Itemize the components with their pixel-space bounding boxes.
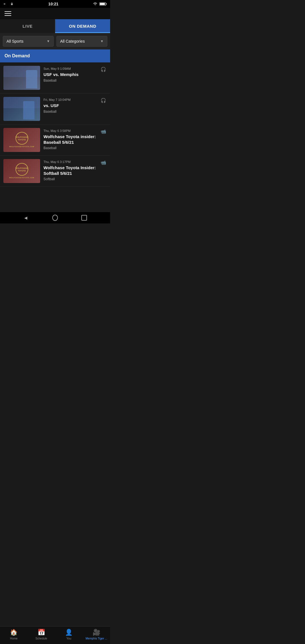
card-4-title: Wolfchase Toyota Insider: Softball 5/6/2… <box>43 165 107 176</box>
card-4[interactable]: WOLFCHASETOYOTA WOLFCHASETOYOTA.COM Thu,… <box>0 156 110 187</box>
svg-rect-4 <box>100 3 105 5</box>
card-4-info: Thu, May 6 3:17PM Wolfchase Toyota Insid… <box>43 159 107 183</box>
status-right-icons <box>93 2 107 6</box>
card-1-sport: Baseball <box>43 79 107 82</box>
content-area: Sun, May 9 1:09AM USF vs. Memphis Baseba… <box>0 62 110 187</box>
card-1[interactable]: Sun, May 9 1:09AM USF vs. Memphis Baseba… <box>0 62 110 93</box>
tab-on-demand[interactable]: ON DEMAND <box>55 19 110 33</box>
card-1-info: Sun, May 9 1:09AM USF vs. Memphis Baseba… <box>43 66 107 90</box>
header <box>0 8 110 19</box>
status-time: 10:21 <box>48 2 58 6</box>
card-4-meta: Thu, May 6 3:17PM <box>43 160 107 164</box>
card-1-meta: Sun, May 9 1:09AM <box>43 67 107 70</box>
card-1-audio-icon <box>100 66 107 73</box>
sports-filter[interactable]: All Sports ▼ <box>3 36 54 47</box>
card-1-title: USF vs. Memphis <box>43 72 107 77</box>
categories-filter-label: All Categories <box>60 39 85 43</box>
card-3-meta: Thu, May 6 3:58PM <box>43 129 107 132</box>
card-2-title: vs. USF <box>43 103 107 108</box>
status-left-icons <box>3 2 14 6</box>
card-2-audio-icon <box>100 97 107 104</box>
recents-button[interactable] <box>81 215 87 221</box>
categories-filter-chevron: ▼ <box>100 39 104 43</box>
card-2-meta: Fri, May 7 10:04PM <box>43 98 107 101</box>
categories-filter[interactable]: All Categories ▼ <box>56 36 107 47</box>
svg-rect-2 <box>11 3 12 4</box>
card-4-thumb: WOLFCHASETOYOTA WOLFCHASETOYOTA.COM <box>3 159 40 183</box>
sports-filter-label: All Sports <box>6 39 23 43</box>
filters-bar: All Sports ▼ All Categories ▼ <box>0 33 110 49</box>
lock-icon <box>10 2 14 6</box>
menu-button[interactable] <box>5 11 11 16</box>
tab-bar: LIVE ON DEMAND <box>0 19 110 33</box>
card-3[interactable]: WOLFCHASETOYOTA WOLFCHASETOYOTA.COM Thu,… <box>0 125 110 156</box>
card-3-video-icon <box>100 128 107 135</box>
system-nav-bar <box>0 212 110 223</box>
card-4-video-icon <box>100 159 107 166</box>
wifi-icon <box>93 2 98 6</box>
card-3-info: Thu, May 6 3:58PM Wolfchase Toyota insid… <box>43 128 107 152</box>
card-4-sport: Softball <box>43 177 107 181</box>
section-header: On Demand <box>0 49 110 62</box>
card-3-title: Wolfchase Toyota insider: Baseball 5/6/2… <box>43 134 107 145</box>
tab-live[interactable]: LIVE <box>0 19 55 33</box>
wolfchase-logo-4: WOLFCHASETOYOTA WOLFCHASETOYOTA.COM <box>9 163 34 179</box>
card-3-sport: Baseball <box>43 146 107 150</box>
wolfchase-logo-3: WOLFCHASETOYOTA WOLFCHASETOYOTA.COM <box>9 132 34 148</box>
svg-point-0 <box>4 3 5 5</box>
card-3-thumb: WOLFCHASETOYOTA WOLFCHASETOYOTA.COM <box>3 128 40 152</box>
back-button[interactable] <box>23 215 29 221</box>
card-2-thumb <box>3 97 40 121</box>
home-button[interactable] <box>52 215 58 221</box>
card-2-sport: Baseball <box>43 110 107 114</box>
status-bar: 10:21 <box>0 0 110 8</box>
card-1-thumb <box>3 66 40 90</box>
card-2[interactable]: Fri, May 7 10:04PM vs. USF Baseball <box>0 93 110 125</box>
card-2-info: Fri, May 7 10:04PM vs. USF Baseball <box>43 97 107 121</box>
sports-filter-chevron: ▼ <box>47 39 50 43</box>
battery-icon <box>99 2 107 6</box>
notification-icon <box>3 2 8 6</box>
svg-rect-5 <box>106 3 107 5</box>
